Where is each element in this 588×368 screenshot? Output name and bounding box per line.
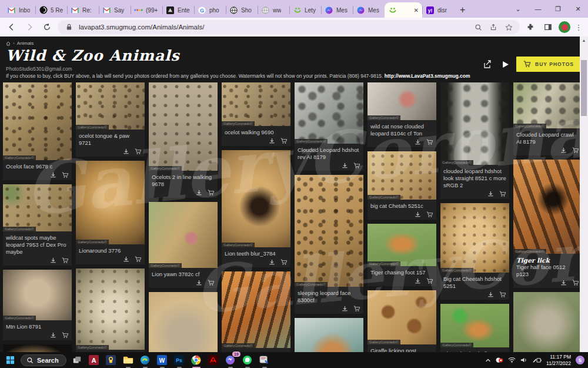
photo-tile[interactable]: GalleryCoronado©Giraffe licking post ton…	[368, 290, 436, 352]
add-to-cart-icon[interactable]	[62, 332, 69, 339]
add-to-cart-icon[interactable]	[135, 148, 142, 155]
new-tab-button[interactable]: +	[460, 5, 465, 15]
zoom-icon[interactable]	[473, 22, 483, 32]
tab[interactable]: Sho	[226, 2, 258, 18]
add-to-cart-icon[interactable]	[499, 291, 506, 298]
photoshop-taskbar-icon[interactable]: Ps	[173, 354, 186, 367]
tab[interactable]: Mes	[353, 2, 385, 18]
tab[interactable]: Inbo	[4, 2, 35, 18]
photo-tile[interactable]: GalleryCoronado©big cat Chetah 5251c	[368, 151, 436, 220]
download-icon[interactable]	[342, 306, 348, 312]
tab[interactable]: 5 Re	[35, 2, 67, 18]
bookmark-star-icon[interactable]	[503, 22, 514, 32]
keeper-taskbar-icon[interactable]	[105, 354, 118, 367]
minimize-button[interactable]: —	[528, 0, 548, 18]
forward-button[interactable]	[22, 20, 36, 34]
photo-tile[interactable]: GalleryCoronado©ocelot walking 9690	[222, 82, 290, 146]
back-button[interactable]	[5, 20, 19, 34]
tab[interactable]: y!disr	[422, 2, 454, 18]
add-to-cart-icon[interactable]	[135, 256, 142, 263]
download-icon[interactable]	[269, 259, 275, 266]
tab-search-icon[interactable]: ⌄	[508, 0, 528, 18]
photo-thumbnail[interactable]: GalleryCoronado©	[3, 270, 72, 320]
tab[interactable]: (99+	[131, 2, 162, 18]
photo-thumbnail[interactable]: GalleryCoronado©	[295, 82, 363, 144]
add-to-cart-icon[interactable]	[353, 163, 360, 169]
photo-thumbnail[interactable]: GalleryCoronado©	[513, 160, 582, 254]
add-to-cart-icon[interactable]	[426, 139, 433, 145]
photo-tile[interactable]	[149, 292, 218, 352]
maximize-button[interactable]: ❐	[548, 0, 568, 18]
home-icon[interactable]	[6, 41, 11, 46]
add-to-cart-icon[interactable]	[572, 280, 579, 286]
photo-thumbnail[interactable]: GalleryCoronado©	[295, 175, 363, 287]
gallery-link[interactable]: http://www.LavaPat3.smugmug.com	[385, 73, 470, 79]
extensions-icon[interactable]	[523, 20, 537, 34]
tab[interactable]: Lety	[289, 2, 321, 18]
download-icon[interactable]	[487, 291, 494, 298]
download-icon[interactable]	[415, 139, 421, 145]
scrollbar-thumb[interactable]	[581, 60, 587, 116]
task-view-taskbar-icon[interactable]	[71, 354, 83, 367]
wifi-icon[interactable]	[508, 357, 516, 363]
scroll-up-arrow[interactable]: ▲	[580, 37, 588, 42]
photo-thumbnail[interactable]: GalleryCoronado©	[222, 82, 290, 126]
snip-taskbar-icon[interactable]	[258, 354, 271, 367]
teams-taskbar-icon[interactable]: 19	[224, 354, 237, 367]
tab[interactable]: ww	[258, 2, 289, 18]
side-panel-icon[interactable]	[541, 20, 555, 34]
photo-thumbnail[interactable]: GalleryCoronado©	[3, 82, 72, 160]
breadcrumb-item[interactable]: Animals	[17, 41, 34, 46]
slideshow-play-icon[interactable]	[499, 58, 512, 71]
download-icon[interactable]	[50, 332, 56, 339]
battery-pen-icon[interactable]	[532, 357, 542, 363]
add-to-cart-icon[interactable]	[280, 138, 288, 144]
explorer-taskbar-icon[interactable]	[122, 354, 135, 367]
share-icon[interactable]	[488, 22, 499, 32]
download-icon[interactable]	[123, 148, 129, 155]
download-icon[interactable]	[560, 147, 567, 154]
photo-tile[interactable]: GalleryCoronado©Minolta DSC	[513, 292, 582, 352]
photo-thumbnail[interactable]: GalleryCoronado©	[149, 202, 218, 268]
photo-tile[interactable]: GalleryCoronado©sleeping leopard face 83…	[295, 175, 363, 314]
photo-tile[interactable]: GalleryCoronado©Ocelots 2 in line walkin…	[149, 82, 218, 198]
photo-thumbnail[interactable]: GalleryCoronado©	[76, 82, 145, 130]
access-taskbar-icon[interactable]: A	[88, 354, 101, 367]
photo-tile[interactable]	[3, 344, 72, 352]
hidden-icons-chevron[interactable]	[485, 357, 491, 363]
word-taskbar-icon[interactable]: W	[156, 354, 169, 367]
start-button[interactable]	[4, 354, 16, 367]
tab-active[interactable]: ✕	[385, 2, 422, 18]
photo-tile[interactable]: GalleryCoronado©Lion yawn 3782c cf	[149, 202, 218, 288]
photo-tile[interactable]: GalleryCoronado©Big cat Cheetah hdshot 5…	[440, 203, 509, 300]
download-icon[interactable]	[50, 257, 56, 264]
download-icon[interactable]	[560, 280, 567, 286]
photo-thumbnail[interactable]: GalleryCoronado©	[368, 82, 436, 120]
download-icon[interactable]	[269, 138, 275, 144]
clock[interactable]: 11:17 PM 11/27/2022	[546, 354, 571, 366]
photo-tile[interactable]: GalleryCoronado©Tiger lickTiger half fac…	[513, 160, 582, 288]
photo-thumbnail[interactable]: GalleryCoronado©	[222, 271, 290, 348]
download-icon[interactable]	[487, 191, 494, 197]
photo-tile[interactable]: GalleryCoronado©Clouded Leopard crawl AI…	[513, 82, 582, 155]
tab[interactable]: Mes	[321, 2, 353, 18]
photo-thumbnail[interactable]: GalleryCoronado©	[368, 151, 436, 200]
download-icon[interactable]	[415, 211, 421, 218]
profile-avatar[interactable]	[559, 21, 570, 33]
whatsapp-taskbar-icon[interactable]	[241, 354, 254, 367]
photo-tile[interactable]: GalleryCoronado©Ocelot face 9678 c	[3, 82, 72, 180]
chrome-taskbar-icon[interactable]	[190, 354, 203, 367]
photo-tile[interactable]: GalleryCoronado©Tiger chasing foot 157	[368, 224, 436, 286]
tab[interactable]: Re:	[67, 2, 99, 18]
photo-tile[interactable]: GalleryCoronado©wild cat nose clouded le…	[368, 82, 436, 147]
photo-thumbnail[interactable]: GalleryCoronado©	[440, 304, 509, 347]
tab[interactable]: Gpho	[194, 2, 226, 18]
photo-tile[interactable]: GalleryCoronado©bob cat eyes SW Wildlife…	[76, 268, 145, 352]
add-to-cart-icon[interactable]	[499, 191, 506, 197]
address-bar[interactable]: lavapat3.smugmug.com/Animals/Animals/	[58, 20, 520, 34]
photo-thumbnail[interactable]: GalleryCoronado©	[149, 82, 218, 171]
photo-tile[interactable]: GalleryCoronado©Lion teeth blur_3784	[222, 150, 290, 267]
add-to-cart-icon[interactable]	[353, 306, 360, 312]
photo-thumbnail[interactable]: GalleryCoronado©	[222, 150, 290, 247]
photo-tile[interactable]: GalleryCoronado©ocelot tongue & paw 9721	[76, 82, 145, 157]
